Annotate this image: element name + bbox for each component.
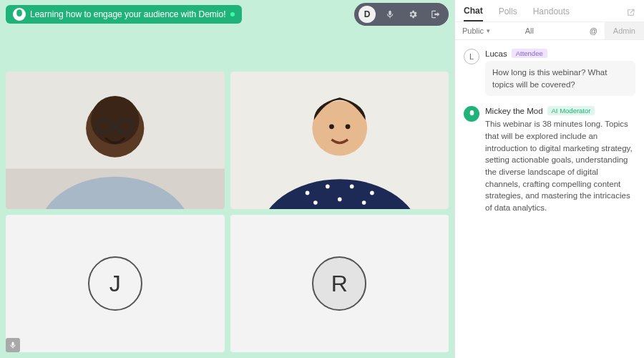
chat-filter-bar: Public ▾ All @ Admin [455, 22, 644, 40]
role-badge: Attendee [512, 49, 547, 58]
message-author: Mickey the Mod [485, 107, 543, 115]
avatar-initial: J [88, 256, 142, 311]
chat-messages: L Lucas Attendee How long is this webina… [455, 40, 644, 358]
role-badge: AI Moderator [547, 106, 595, 115]
chat-sidebar: Chat Polls Handouts Public ▾ All @ Admin… [454, 0, 644, 358]
session-title: Learning how to engage your audience wit… [30, 9, 226, 19]
mic-toggle-button[interactable] [381, 6, 399, 23]
video-placeholder-icon [230, 72, 449, 209]
stage-controls: D [354, 3, 449, 26]
filter-mentions[interactable]: @ [582, 22, 605, 39]
svg-point-15 [337, 198, 341, 202]
video-placeholder-icon [6, 72, 225, 209]
svg-point-11 [325, 185, 329, 189]
settings-button[interactable] [404, 6, 421, 23]
message-text: This webinar is 38 minutes long. Topics … [485, 118, 635, 213]
chat-message: Mickey the Mod AI Moderator This webinar… [464, 106, 635, 213]
top-bar: Learning how to engage your audience wit… [0, 0, 454, 29]
mic-icon [385, 9, 395, 19]
svg-point-14 [313, 200, 318, 205]
tab-handouts[interactable]: Handouts [533, 6, 570, 21]
app-root: Learning how to engage your audience wit… [0, 0, 644, 358]
avatar [464, 106, 479, 122]
self-mic-indicator[interactable] [6, 338, 20, 352]
tab-polls[interactable]: Polls [499, 6, 517, 21]
external-link-icon [626, 8, 635, 17]
bot-icon [467, 110, 477, 119]
message-text: How long is this webinar? What topics wi… [485, 61, 635, 96]
host-avatar-button[interactable]: D [358, 6, 376, 23]
leave-button[interactable] [427, 6, 444, 23]
video-stage: Learning how to engage your audience wit… [0, 0, 454, 358]
svg-point-18 [329, 124, 334, 129]
svg-point-10 [305, 191, 309, 195]
mic-icon [9, 341, 17, 349]
participant-tile-1[interactable] [6, 72, 225, 209]
participant-tile-4[interactable]: R [230, 215, 449, 352]
filter-admin[interactable]: Admin [605, 22, 644, 39]
gear-icon [408, 9, 418, 19]
svg-point-12 [349, 185, 353, 189]
message-author: Lucas [485, 49, 507, 58]
session-title-chip: Learning how to engage your audience wit… [6, 5, 242, 24]
avatar: L [464, 49, 479, 64]
participant-grid: J R [0, 29, 454, 358]
svg-point-19 [345, 124, 350, 129]
tab-chat[interactable]: Chat [464, 6, 483, 21]
avatar-initial: R [312, 256, 366, 311]
svg-point-13 [370, 191, 374, 195]
filter-all[interactable]: All [518, 22, 541, 39]
participant-tile-2[interactable] [230, 72, 449, 209]
live-indicator-icon [230, 12, 235, 16]
filter-public-label: Public [462, 26, 484, 35]
chevron-down-icon: ▾ [487, 27, 490, 34]
popout-button[interactable] [626, 8, 635, 19]
sidebar-tabs: Chat Polls Handouts [455, 0, 644, 22]
filter-public[interactable]: Public ▾ [455, 22, 497, 39]
svg-point-4 [91, 96, 140, 145]
chat-message: L Lucas Attendee How long is this webina… [464, 49, 635, 96]
brand-icon [13, 8, 26, 21]
svg-point-16 [361, 200, 366, 205]
exit-icon [431, 9, 441, 19]
participant-tile-3[interactable]: J [6, 215, 225, 352]
